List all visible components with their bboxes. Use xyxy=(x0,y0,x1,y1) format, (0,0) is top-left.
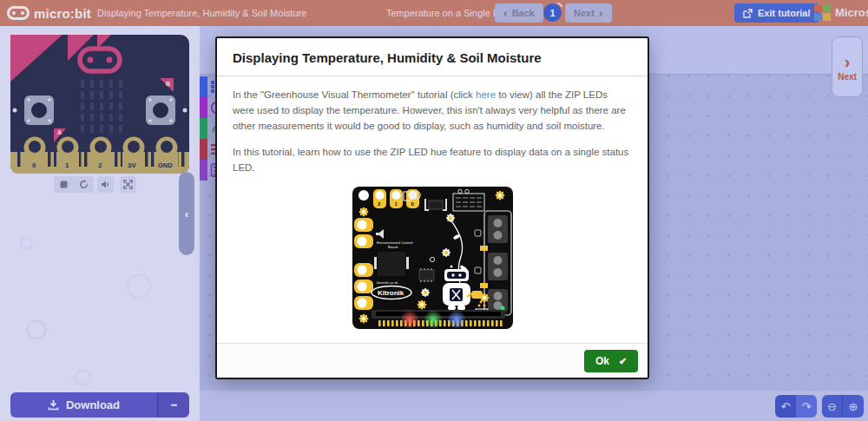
category-color-bar xyxy=(200,160,207,181)
pin-0[interactable]: 0 xyxy=(23,137,46,174)
paragraph-text: In the "Greenhouse Visual Thermometer" t… xyxy=(233,89,476,100)
svg-text:3V: 3V xyxy=(128,161,136,169)
chevron-left-icon: ‹ xyxy=(503,7,508,19)
chevron-right-icon: › xyxy=(599,7,603,19)
external-link-icon xyxy=(743,9,753,18)
category-color-bar xyxy=(200,76,207,97)
back-button[interactable]: ‹ Back xyxy=(495,3,543,23)
pin-1[interactable]: 1 xyxy=(56,137,79,174)
ellipsis-icon: ••• xyxy=(171,401,176,410)
zoom-out-icon: ⊖ xyxy=(827,400,837,413)
here-link[interactable]: here xyxy=(476,89,496,100)
download-button[interactable]: Download xyxy=(10,392,157,418)
board-pad-2: 2 xyxy=(373,189,386,208)
svg-text:Board: Board xyxy=(388,245,398,249)
download-bar: Download ••• xyxy=(10,392,189,418)
svg-text:A: A xyxy=(57,129,62,135)
back-label: Back xyxy=(512,8,535,18)
makecode-editor: micro:bit Displaying Temperature, Humidi… xyxy=(0,0,868,421)
svg-text:kitronik.co.uk: kitronik.co.uk xyxy=(377,280,398,285)
brand-name: micro:bit xyxy=(34,6,91,21)
redo-icon: ↷ xyxy=(802,400,812,413)
exit-tutorial-label: Exit tutorial xyxy=(758,8,811,18)
tutorial-title: Displaying Temperature, Humidity & Soil … xyxy=(97,0,306,26)
dialog-body: In the "Greenhouse Visual Thermometer" t… xyxy=(217,76,648,334)
svg-text:Kitronik: Kitronik xyxy=(378,289,404,297)
download-icon xyxy=(48,399,59,411)
next-label: Next xyxy=(574,8,595,18)
zoom-in-icon: ⊕ xyxy=(849,400,858,413)
download-more-button[interactable]: ••• xyxy=(157,392,189,418)
tutorial-dialog: Displaying Temperature, Humidity & Soil … xyxy=(215,36,649,379)
run-controls[interactable] xyxy=(54,176,94,193)
simulator-panel: A B 0 1 xyxy=(0,26,200,421)
simulator-collapse-handle[interactable]: ‹ xyxy=(179,172,194,255)
stop-icon[interactable] xyxy=(60,181,68,188)
microbit-face-icon xyxy=(7,6,30,20)
ok-button[interactable]: Ok ✔ xyxy=(584,350,638,372)
svg-text:0: 0 xyxy=(32,161,36,169)
microsoft-label: Microsoft xyxy=(835,6,868,19)
microsoft-logo[interactable]: Microsoft xyxy=(814,4,868,21)
dialog-paragraph-1: In the "Greenhouse Visual Thermometer" t… xyxy=(233,88,632,134)
next-side-label: Next xyxy=(838,72,857,82)
mute-button[interactable] xyxy=(97,176,114,193)
chevron-left-icon: ‹ xyxy=(185,207,188,220)
chevron-right-icon: › xyxy=(845,53,851,70)
dialog-footer: Ok ✔ xyxy=(217,343,648,378)
svg-text:B: B xyxy=(166,81,170,87)
category-color-bar xyxy=(200,97,207,118)
check-icon: ✔ xyxy=(619,356,627,367)
svg-text:GND: GND xyxy=(158,161,173,169)
zoom-out-button[interactable]: ⊖ xyxy=(822,395,843,418)
restart-icon[interactable] xyxy=(79,180,89,189)
step-indicator[interactable]: 1 xyxy=(543,3,562,22)
button-a[interactable] xyxy=(24,95,54,125)
microbit-logo[interactable]: micro:bit xyxy=(7,0,91,26)
volume-icon xyxy=(101,180,110,189)
board-pad-1: 1 xyxy=(390,189,403,208)
workspace-buttons: ↶ ↷ ⊖ ⊕ xyxy=(200,395,868,418)
microbit-simulator-board[interactable]: A B 0 1 xyxy=(10,35,189,174)
undo-redo-group: ↶ ↷ xyxy=(775,395,817,418)
category-color-bar xyxy=(200,118,207,139)
fullscreen-button[interactable] xyxy=(120,176,136,193)
simulator-controls xyxy=(0,176,200,195)
exit-tutorial-button[interactable]: Exit tutorial xyxy=(734,3,819,23)
undo-icon: ↶ xyxy=(781,400,791,413)
svg-text:2: 2 xyxy=(98,161,102,169)
download-label: Download xyxy=(66,398,120,411)
next-button[interactable]: Next › xyxy=(565,3,612,23)
ok-label: Ok xyxy=(595,355,609,367)
pin-3v[interactable]: 3V xyxy=(122,137,145,174)
zoom-in-button[interactable]: ⊕ xyxy=(843,395,864,418)
microsoft-squares-icon xyxy=(814,4,831,21)
redo-button[interactable]: ↷ xyxy=(796,395,817,418)
fullscreen-icon xyxy=(123,180,133,189)
pin-gnd[interactable]: GND xyxy=(155,137,178,174)
tutorial-next-side-button[interactable]: › Next xyxy=(832,36,863,97)
dialog-paragraph-2: In this tutorial, learn how to use the Z… xyxy=(233,145,632,176)
activity-title: Temperature on a Single LED xyxy=(386,0,511,26)
pin-2[interactable]: 2 xyxy=(89,137,112,174)
dialog-title: Displaying Temperature, Humidity & Soil … xyxy=(217,38,648,76)
step-number: 1 xyxy=(549,8,555,18)
header-bar: micro:bit Displaying Temperature, Humidi… xyxy=(0,0,868,26)
undo-button[interactable]: ↶ xyxy=(775,395,796,418)
button-b[interactable] xyxy=(146,95,175,125)
environmental-board-image: 2 1 0 xyxy=(352,187,513,334)
svg-text:1: 1 xyxy=(65,161,69,169)
category-color-bar xyxy=(200,139,207,160)
zoom-group: ⊖ ⊕ xyxy=(822,395,864,418)
